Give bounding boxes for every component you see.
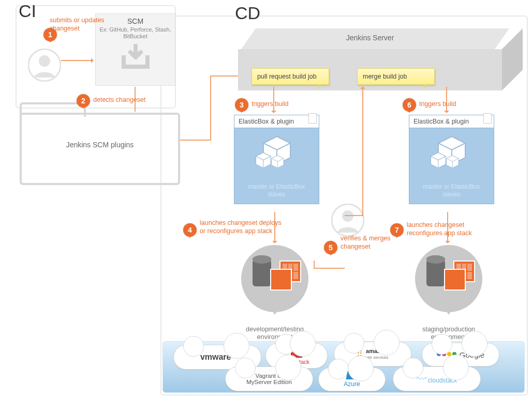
cd-heading: CD bbox=[235, 3, 260, 23]
step-5-marker: 5 bbox=[324, 241, 337, 254]
eb-caption-left: master or ElasticBox slaves bbox=[240, 183, 314, 198]
env-dev: development/testing environment bbox=[231, 245, 319, 341]
database-icon bbox=[426, 259, 445, 286]
note-pull-request: pull request build job bbox=[252, 68, 329, 85]
database-icon bbox=[253, 259, 271, 286]
elasticbox-card-right: ElasticBox & plugin master or ElasticBox… bbox=[409, 115, 494, 204]
svg-point-1 bbox=[39, 55, 50, 67]
cloud-azure: Azure bbox=[318, 368, 386, 391]
eb-title-left: ElasticBox & plugin bbox=[234, 115, 319, 128]
step-3-caption: triggers build bbox=[252, 100, 289, 109]
step-5-caption: verifies & merges changeset bbox=[341, 235, 397, 251]
step-6-marker: 6 bbox=[403, 98, 416, 112]
app-stack-icon bbox=[444, 261, 475, 290]
note-merge: merge build job bbox=[357, 68, 435, 85]
connector-s5c bbox=[362, 87, 363, 216]
connector-a1 bbox=[180, 140, 211, 141]
cloud-cloudstack: cloudstack bbox=[393, 366, 481, 391]
azure-logo-icon bbox=[346, 371, 358, 379]
boxes-icon bbox=[428, 133, 475, 180]
connector-s3 bbox=[273, 87, 274, 113]
ci-user-icon bbox=[28, 49, 61, 82]
boxes-icon bbox=[254, 133, 300, 180]
connector-a2 bbox=[210, 75, 211, 141]
arrow-ci-scm bbox=[61, 60, 93, 61]
cloud-providers: vmware® openstack amazonweb services Goo… bbox=[162, 341, 525, 393]
download-icon bbox=[117, 44, 154, 73]
connector-s6 bbox=[446, 87, 447, 113]
step-4-caption: launches changeset deploys or reconfigur… bbox=[200, 219, 283, 235]
step-7-caption: launches changeset reconfigures app stac… bbox=[407, 221, 490, 237]
step-6-caption: triggers build bbox=[419, 100, 456, 109]
ci-heading: CI bbox=[19, 1, 36, 21]
env-prod: staging/production environment bbox=[405, 245, 493, 341]
step-4-marker: 4 bbox=[183, 223, 197, 237]
cloudstack-logo-icon: cloudstack bbox=[417, 373, 457, 385]
connector-scm-plugins bbox=[135, 87, 136, 112]
step-3-marker: 3 bbox=[235, 98, 248, 112]
server-label: Jenkins Server bbox=[238, 34, 502, 42]
elasticbox-card-left: ElasticBox & plugin master or ElasticBox… bbox=[234, 115, 319, 204]
step-2-caption: detects changeset bbox=[93, 96, 145, 104]
cloud-vagrant: Vagrant or MyServer Edition bbox=[225, 366, 313, 391]
eb-title-right: ElasticBox & plugin bbox=[409, 115, 494, 128]
app-stack-icon bbox=[270, 261, 301, 290]
plugins-label: Jenkins SCM plugins bbox=[22, 141, 178, 149]
eb-caption-right: master or ElasticBox slaves bbox=[415, 183, 489, 198]
step-2-marker: 2 bbox=[77, 94, 90, 108]
step-1-caption: submits or updates changeset bbox=[50, 17, 132, 33]
svg-point-3 bbox=[342, 210, 353, 222]
cd-user-icon bbox=[331, 204, 364, 237]
connector-s5d bbox=[345, 215, 363, 216]
plugins-folder: Jenkins SCM plugins bbox=[20, 113, 180, 185]
